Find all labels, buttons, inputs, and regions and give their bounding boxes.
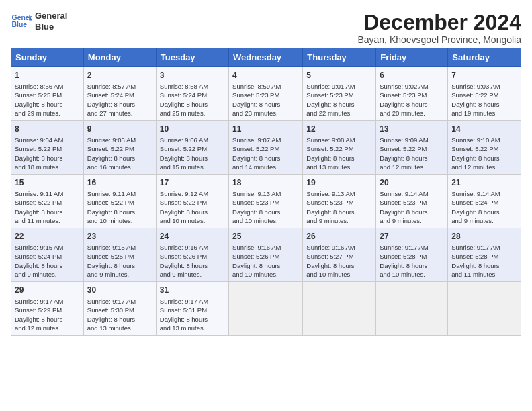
day-cell: 27Sunrise: 9:17 AM Sunset: 5:28 PM Dayli… <box>376 228 448 282</box>
day-info: Sunrise: 8:57 AM Sunset: 5:24 PM Dayligh… <box>87 82 152 118</box>
week-row-2: 8Sunrise: 9:04 AM Sunset: 5:22 PM Daylig… <box>11 121 521 175</box>
day-number: 27 <box>380 231 444 242</box>
day-number: 31 <box>160 285 225 296</box>
logo-text: General Blue <box>35 11 67 32</box>
day-cell: 26Sunrise: 9:16 AM Sunset: 5:27 PM Dayli… <box>303 228 376 282</box>
day-info: Sunrise: 9:16 AM Sunset: 5:27 PM Dayligh… <box>306 243 372 279</box>
day-info: Sunrise: 9:15 AM Sunset: 5:24 PM Dayligh… <box>15 243 80 279</box>
day-number: 16 <box>87 177 152 189</box>
col-header-tuesday: Tuesday <box>156 48 228 67</box>
day-number: 19 <box>306 177 372 189</box>
day-cell: 10Sunrise: 9:06 AM Sunset: 5:22 PM Dayli… <box>156 121 228 175</box>
day-number: 15 <box>15 177 80 189</box>
day-info: Sunrise: 9:17 AM Sunset: 5:28 PM Dayligh… <box>451 243 517 279</box>
day-number: 18 <box>232 177 299 189</box>
day-number: 12 <box>306 124 372 135</box>
col-header-monday: Monday <box>83 48 156 67</box>
day-cell: 18Sunrise: 9:13 AM Sunset: 5:23 PM Dayli… <box>229 175 303 228</box>
day-info: Sunrise: 9:10 AM Sunset: 5:22 PM Dayligh… <box>451 136 517 171</box>
logo: General Blue General Blue <box>11 11 67 32</box>
day-info: Sunrise: 9:14 AM Sunset: 5:23 PM Dayligh… <box>380 189 444 225</box>
day-number: 7 <box>451 70 517 81</box>
day-number: 17 <box>160 177 225 189</box>
svg-text:Blue: Blue <box>12 21 28 28</box>
day-cell: 16Sunrise: 9:11 AM Sunset: 5:22 PM Dayli… <box>83 175 156 228</box>
day-cell: 17Sunrise: 9:12 AM Sunset: 5:22 PM Dayli… <box>156 175 228 228</box>
day-info: Sunrise: 9:04 AM Sunset: 5:22 PM Dayligh… <box>15 136 80 171</box>
day-cell: 24Sunrise: 9:16 AM Sunset: 5:26 PM Dayli… <box>156 228 228 282</box>
day-info: Sunrise: 9:17 AM Sunset: 5:30 PM Dayligh… <box>87 297 152 332</box>
day-info: Sunrise: 9:02 AM Sunset: 5:23 PM Dayligh… <box>380 82 444 118</box>
day-cell: 20Sunrise: 9:14 AM Sunset: 5:23 PM Dayli… <box>376 175 448 228</box>
day-info: Sunrise: 9:09 AM Sunset: 5:22 PM Dayligh… <box>380 136 444 171</box>
day-cell: 6Sunrise: 9:02 AM Sunset: 5:23 PM Daylig… <box>376 67 448 121</box>
day-cell: 14Sunrise: 9:10 AM Sunset: 5:22 PM Dayli… <box>448 121 521 175</box>
day-info: Sunrise: 9:01 AM Sunset: 5:23 PM Dayligh… <box>306 82 372 118</box>
location-subtitle: Bayan, Khoevsgoel Province, Mongolia <box>357 34 521 45</box>
day-number: 14 <box>451 124 517 135</box>
day-cell: 30Sunrise: 9:17 AM Sunset: 5:30 PM Dayli… <box>83 282 156 336</box>
day-info: Sunrise: 9:17 AM Sunset: 5:28 PM Dayligh… <box>380 243 444 279</box>
day-cell: 8Sunrise: 9:04 AM Sunset: 5:22 PM Daylig… <box>11 121 84 175</box>
day-cell: 5Sunrise: 9:01 AM Sunset: 5:23 PM Daylig… <box>303 67 376 121</box>
col-header-thursday: Thursday <box>303 48 376 67</box>
day-info: Sunrise: 9:16 AM Sunset: 5:26 PM Dayligh… <box>232 243 299 279</box>
col-header-saturday: Saturday <box>448 48 521 67</box>
col-header-wednesday: Wednesday <box>229 48 303 67</box>
day-info: Sunrise: 9:17 AM Sunset: 5:29 PM Dayligh… <box>15 297 80 332</box>
day-info: Sunrise: 9:03 AM Sunset: 5:22 PM Dayligh… <box>451 82 517 118</box>
day-info: Sunrise: 9:06 AM Sunset: 5:22 PM Dayligh… <box>160 136 225 171</box>
day-number: 9 <box>87 124 152 135</box>
day-cell: 22Sunrise: 9:15 AM Sunset: 5:24 PM Dayli… <box>11 228 84 282</box>
day-number: 1 <box>15 70 80 81</box>
page-header: General Blue General Blue December 2024 … <box>11 11 521 45</box>
day-cell: 1Sunrise: 8:56 AM Sunset: 5:25 PM Daylig… <box>11 67 84 121</box>
day-info: Sunrise: 9:08 AM Sunset: 5:22 PM Dayligh… <box>306 136 372 171</box>
day-number: 26 <box>306 231 372 242</box>
day-info: Sunrise: 9:16 AM Sunset: 5:26 PM Dayligh… <box>160 243 225 279</box>
week-row-1: 1Sunrise: 8:56 AM Sunset: 5:25 PM Daylig… <box>11 67 521 121</box>
day-cell: 23Sunrise: 9:15 AM Sunset: 5:25 PM Dayli… <box>83 228 156 282</box>
day-number: 11 <box>232 124 299 135</box>
day-cell <box>303 282 376 336</box>
day-number: 22 <box>15 231 80 242</box>
week-row-5: 29Sunrise: 9:17 AM Sunset: 5:29 PM Dayli… <box>11 282 521 336</box>
week-row-3: 15Sunrise: 9:11 AM Sunset: 5:22 PM Dayli… <box>11 175 521 228</box>
day-number: 20 <box>380 177 444 189</box>
day-cell: 29Sunrise: 9:17 AM Sunset: 5:29 PM Dayli… <box>11 282 84 336</box>
day-cell: 21Sunrise: 9:14 AM Sunset: 5:24 PM Dayli… <box>448 175 521 228</box>
day-number: 25 <box>232 231 299 242</box>
day-info: Sunrise: 9:17 AM Sunset: 5:31 PM Dayligh… <box>160 297 225 332</box>
day-cell: 25Sunrise: 9:16 AM Sunset: 5:26 PM Dayli… <box>229 228 303 282</box>
title-block: December 2024 Bayan, Khoevsgoel Province… <box>357 11 521 45</box>
day-number: 28 <box>451 231 517 242</box>
day-info: Sunrise: 9:11 AM Sunset: 5:22 PM Dayligh… <box>87 189 152 225</box>
day-cell: 19Sunrise: 9:13 AM Sunset: 5:23 PM Dayli… <box>303 175 376 228</box>
day-number: 5 <box>306 70 372 81</box>
calendar-table: SundayMondayTuesdayWednesdayThursdayFrid… <box>11 48 521 336</box>
day-cell: 31Sunrise: 9:17 AM Sunset: 5:31 PM Dayli… <box>156 282 228 336</box>
day-info: Sunrise: 9:14 AM Sunset: 5:24 PM Dayligh… <box>451 189 517 225</box>
day-cell: 13Sunrise: 9:09 AM Sunset: 5:22 PM Dayli… <box>376 121 448 175</box>
day-number: 6 <box>380 70 444 81</box>
day-info: Sunrise: 9:15 AM Sunset: 5:25 PM Dayligh… <box>87 243 152 279</box>
day-info: Sunrise: 8:59 AM Sunset: 5:23 PM Dayligh… <box>232 82 299 118</box>
day-cell <box>229 282 303 336</box>
day-number: 10 <box>160 124 225 135</box>
day-number: 24 <box>160 231 225 242</box>
day-cell: 15Sunrise: 9:11 AM Sunset: 5:22 PM Dayli… <box>11 175 84 228</box>
day-number: 13 <box>380 124 444 135</box>
day-info: Sunrise: 9:12 AM Sunset: 5:22 PM Dayligh… <box>160 189 225 225</box>
day-cell: 28Sunrise: 9:17 AM Sunset: 5:28 PM Dayli… <box>448 228 521 282</box>
day-info: Sunrise: 9:07 AM Sunset: 5:22 PM Dayligh… <box>232 136 299 171</box>
day-cell: 2Sunrise: 8:57 AM Sunset: 5:24 PM Daylig… <box>83 67 156 121</box>
week-row-4: 22Sunrise: 9:15 AM Sunset: 5:24 PM Dayli… <box>11 228 521 282</box>
day-cell <box>448 282 521 336</box>
day-number: 30 <box>87 285 152 296</box>
day-number: 23 <box>87 231 152 242</box>
day-info: Sunrise: 9:05 AM Sunset: 5:22 PM Dayligh… <box>87 136 152 171</box>
day-info: Sunrise: 8:58 AM Sunset: 5:24 PM Dayligh… <box>160 82 225 118</box>
col-header-friday: Friday <box>376 48 448 67</box>
day-info: Sunrise: 9:11 AM Sunset: 5:22 PM Dayligh… <box>15 189 80 225</box>
day-info: Sunrise: 9:13 AM Sunset: 5:23 PM Dayligh… <box>306 189 372 225</box>
